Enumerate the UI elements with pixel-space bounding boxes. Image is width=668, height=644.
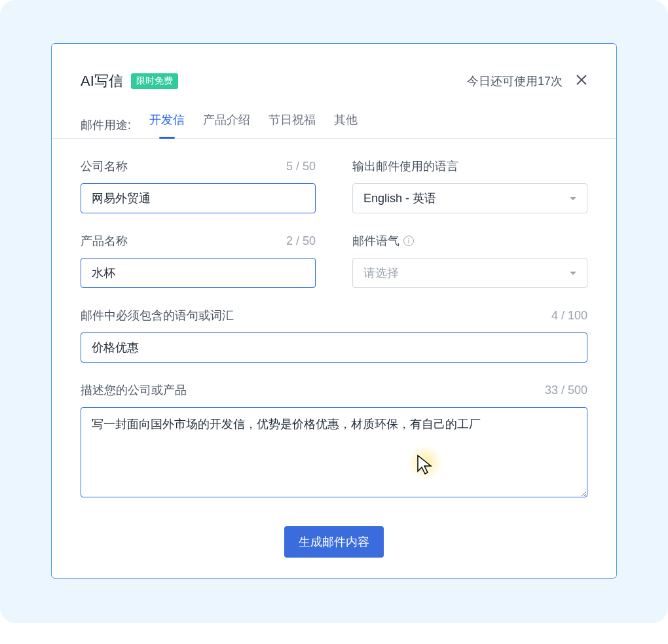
description-group: 描述您的公司或产品 33 / 500 [81, 382, 587, 500]
output-language-value: English - 英语 [363, 190, 436, 206]
chevron-down-icon [570, 197, 576, 200]
tone-group: 邮件语气 i 请选择 [352, 233, 587, 288]
required-words-group: 邮件中必须包含的语句或词汇 4 / 100 [81, 308, 587, 363]
tabs-label: 邮件用途: [81, 117, 131, 133]
required-words-counter: 4 / 100 [551, 309, 587, 323]
usage-remaining-text: 今日还可使用17次 [467, 73, 563, 89]
tab-product-intro[interactable]: 产品介绍 [203, 112, 250, 138]
modal-title: AI写信 [81, 71, 123, 91]
free-badge: 限时免费 [131, 73, 178, 89]
output-language-select[interactable]: English - 英语 [352, 183, 587, 213]
company-name-counter: 5 / 50 [286, 160, 316, 173]
tab-holiday-greeting[interactable]: 节日祝福 [269, 112, 316, 138]
product-name-group: 产品名称 2 / 50 [81, 233, 316, 288]
close-icon[interactable] [576, 74, 587, 88]
tab-other[interactable]: 其他 [334, 112, 358, 138]
header-right: 今日还可使用17次 [467, 73, 587, 89]
required-words-label: 邮件中必须包含的语句或词汇 [81, 308, 234, 323]
generate-button[interactable]: 生成邮件内容 [284, 526, 384, 558]
submit-row: 生成邮件内容 [81, 526, 587, 558]
form-row-1: 公司名称 5 / 50 输出邮件使用的语言 English - 英语 [81, 158, 587, 233]
output-language-group: 输出邮件使用的语言 English - 英语 [352, 158, 587, 213]
ai-write-modal: AI写信 限时免费 今日还可使用17次 邮件用途: 开发信 产品介绍 节日祝福 … [51, 43, 617, 579]
tone-placeholder: 请选择 [363, 265, 399, 281]
info-icon[interactable]: i [403, 236, 414, 246]
company-name-input[interactable] [81, 183, 316, 213]
description-counter: 33 / 500 [545, 384, 587, 397]
form-body: 公司名称 5 / 50 输出邮件使用的语言 English - 英语 [52, 139, 616, 584]
modal-header: AI写信 限时免费 今日还可使用17次 [52, 44, 616, 91]
chevron-down-icon [570, 272, 576, 275]
output-language-label: 输出邮件使用的语言 [352, 158, 458, 174]
company-name-group: 公司名称 5 / 50 [81, 158, 316, 213]
form-row-2: 产品名称 2 / 50 邮件语气 i [81, 233, 587, 308]
required-words-input[interactable] [81, 332, 587, 363]
company-name-label: 公司名称 [81, 158, 128, 174]
description-label: 描述您的公司或产品 [81, 382, 187, 398]
product-name-counter: 2 / 50 [286, 234, 316, 248]
description-textarea[interactable] [81, 407, 587, 497]
title-group: AI写信 限时免费 [81, 71, 178, 91]
product-name-label: 产品名称 [81, 233, 128, 249]
outer-container: AI写信 限时免费 今日还可使用17次 邮件用途: 开发信 产品介绍 节日祝福 … [0, 0, 668, 623]
tone-select[interactable]: 请选择 [352, 258, 587, 288]
product-name-input[interactable] [81, 258, 316, 288]
tone-label: 邮件语气 i [352, 233, 414, 249]
tab-develop-letter[interactable]: 开发信 [149, 112, 185, 138]
tabs-row: 邮件用途: 开发信 产品介绍 节日祝福 其他 [52, 91, 616, 139]
